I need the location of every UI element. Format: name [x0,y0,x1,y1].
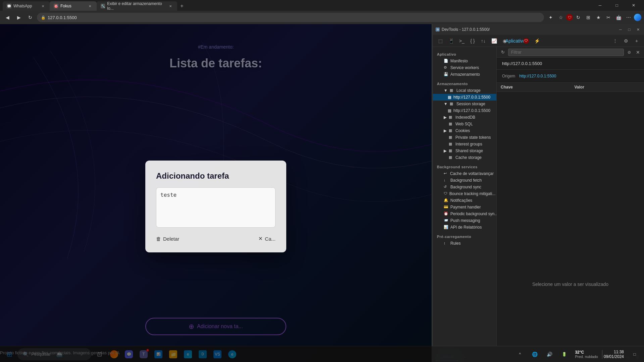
modal-title: Adicionando tarefa [156,171,276,181]
sidebar-item-cache-storage[interactable]: ▶ ▦ Cache storage [433,154,496,161]
shield-icon[interactable]: 🛡 [566,14,573,21]
sidebar-item-private-state[interactable]: ▶ ▦ Private state tokens [433,134,496,141]
performance-icon[interactable]: 📈 [489,36,499,46]
sidebar-item-shared-storage[interactable]: ▶ ▦ Shared storage [433,147,496,154]
sidebar-item-armazenamento[interactable]: 💾 Armazenamento [433,71,496,78]
lock-icon: 🔒 [41,15,46,20]
filter-refresh-button[interactable]: ↻ [499,49,506,56]
bg-fetch-icon: ↓ [444,178,448,183]
sidebar-item-web-sql[interactable]: ▶ ▦ Web SQL [433,121,496,127]
task-input[interactable]: teste [156,187,276,228]
sidebar-item-rules[interactable]: ↕ Rules [433,240,496,247]
storage-table: Chave Valor [497,83,644,217]
url-text: 127.0.0.1:5500 [48,15,77,20]
aplicativo-header: Aplicativo [433,51,496,58]
webpage: #Em andamento: Lista de tarefas: Adicion… [0,24,432,362]
favorites-icon[interactable]: ★ [594,13,603,22]
application-icon[interactable]: Aplicativo [511,36,520,46]
screenshot-icon[interactable]: ✂ [604,13,613,22]
sidebar-item-periodic-bg[interactable]: ⏰ Periodic background syn... [433,210,496,217]
network-tray-icon[interactable]: 🌐 [528,348,541,361]
devtools-main: Aplicativo 📄 Manifesto ⚙ Service workers… [433,47,644,351]
sidebar-item-bg-fetch[interactable]: ↓ Background fetch [433,177,496,184]
tab-devtools-close[interactable]: ✕ [168,3,173,9]
back-button[interactable]: ◀ [3,13,12,22]
tab-fokus-close[interactable]: ✕ [87,3,93,9]
push-icon: 📨 [444,218,448,223]
weather-widget[interactable]: 32°C Pred. nublado [572,350,602,359]
devtools-panel: ⚙ DevTools - 127.0.0.1:5500/ ─ □ ✕ ⬚ 📱 >… [433,24,644,362]
more-icon[interactable]: ⋯ [624,13,633,22]
cache-back-label: Cache de voltar/avançar [450,171,494,176]
copilot-icon[interactable]: 🤖 [614,13,623,22]
minimize-button[interactable]: ─ [592,0,608,11]
network-icon[interactable]: ↑↓ [479,36,488,46]
system-clock[interactable]: 11:38 09/01/2024 [604,350,627,359]
indexeddb-icon: ▦ [449,115,453,120]
volume-tray-icon[interactable]: 🔊 [543,348,556,361]
sidebar-item-session-storage[interactable]: ▼ ▦ Session storage [433,101,496,107]
sidebar-item-bounce[interactable]: 🛡 Bounce tracking mitigati... [433,190,496,197]
battery-icon[interactable]: 🔋 [557,348,571,361]
private-state-label: Private state tokens [455,135,491,140]
tab-fokus-label: Fokus [60,4,71,8]
sidebar-item-cookies[interactable]: ▶ ▦ Cookies [433,127,496,134]
refresh-button[interactable]: ↻ [26,13,35,22]
table-key-header: Chave [497,83,571,92]
delete-button[interactable]: 🗑 Deletar [156,236,179,242]
inspect-element-icon[interactable]: ⬚ [436,36,445,46]
title-bar: 💬 WhatsApp ✕ 🎯 Fokus ✕ 🔧 Exibir e editar… [0,0,644,11]
filter-close-button[interactable]: ✕ [635,49,641,56]
taskbar-date: 09/01/2024 [604,354,624,359]
bookmark-icon[interactable]: ☆ [556,13,565,22]
security-icon[interactable]: 🛡 [522,36,531,46]
split-icon[interactable]: ⊞ [584,13,593,22]
sidebar-item-bg-sync[interactable]: ↺ Background sync [433,184,496,190]
url-bar[interactable]: 🔒 127.0.0.1:5500 [37,13,544,22]
firefox-profile[interactable] [634,14,641,21]
sources-icon[interactable]: { } [468,36,477,46]
tab-devtools[interactable]: 🔧 Exibir e editar armazenamento lo... ✕ [97,1,177,11]
tab-whatsapp-close[interactable]: ✕ [40,3,46,9]
cancel-button[interactable]: ✕ Ca... [258,236,276,242]
sync-icon[interactable]: ↻ [574,13,583,22]
sidebar-item-service-workers[interactable]: ⚙ Service workers [433,64,496,71]
sidebar-item-session-storage-url[interactable]: ▦ http://127.0.0.1:5500 [433,107,496,114]
devtools-settings-icon[interactable]: ⚙ [621,36,631,46]
tray-icons-button[interactable]: ^ [513,348,527,361]
devtools-more-icon[interactable]: ⋮ [610,36,620,46]
tab-whatsapp[interactable]: 💬 WhatsApp ✕ [3,1,50,11]
devtools-add-icon[interactable]: + [632,36,641,46]
sidebar-item-indexeddb[interactable]: ▶ ▦ IndexedDB [433,114,496,121]
devtools-minimize[interactable]: ─ [617,26,624,33]
sidebar-item-notifications[interactable]: 🔔 Notificações [433,197,496,204]
sidebar-item-api-relatorios[interactable]: 📊 API de Relatórios [433,224,496,231]
close-button[interactable]: ✕ [626,0,641,11]
shared-storage-label: Shared storage [455,148,483,153]
local-storage-url-icon: ▦ [448,95,451,100]
sidebar-item-local-storage[interactable]: ▼ ▦ Local storage [433,87,496,94]
session-storage-url-icon: ▦ [448,108,451,113]
add-task-modal: Adicionando tarefa teste 🗑 Deletar ✕ Ca.… [145,161,286,252]
lighthouse-icon[interactable]: ⚡ [532,36,542,46]
devtools-close[interactable]: ✕ [635,26,641,33]
sidebar-item-payment[interactable]: 💳 Payment handler [433,204,496,210]
reading-icon[interactable]: ✦ [546,13,555,22]
filter-clear-icon[interactable]: ⊘ [626,49,633,56]
maximize-button[interactable]: □ [609,0,625,11]
sidebar-item-manifesto[interactable]: 📄 Manifesto [433,58,496,64]
notifications-tray-icon[interactable]: □ [628,348,641,361]
sidebar-item-local-storage-url[interactable]: ▦ http://127.0.0.1:5500 [433,94,496,101]
console-icon[interactable]: >_ [457,36,466,46]
sidebar-item-push[interactable]: 📨 Push messaging [433,217,496,224]
responsive-icon[interactable]: 📱 [446,36,456,46]
sidebar-item-cache-back[interactable]: ↩ Cache de voltar/avançar [433,170,496,177]
devtools-maximize[interactable]: □ [626,26,633,33]
sidebar-item-interest-groups[interactable]: ▶ ▦ Interest groups [433,141,496,147]
periodic-bg-label: Periodic background syn... [450,212,497,216]
forward-button[interactable]: ▶ [14,13,23,22]
address-bar: ◀ ▶ ↻ 🔒 127.0.0.1:5500 ✦ ☆ 🛡 ↻ ⊞ ★ ✂ 🤖 ⋯ [0,11,644,24]
tab-fokus[interactable]: 🎯 Fokus ✕ [50,1,97,11]
new-tab-button[interactable]: + [177,1,187,11]
filter-input[interactable] [508,49,624,56]
